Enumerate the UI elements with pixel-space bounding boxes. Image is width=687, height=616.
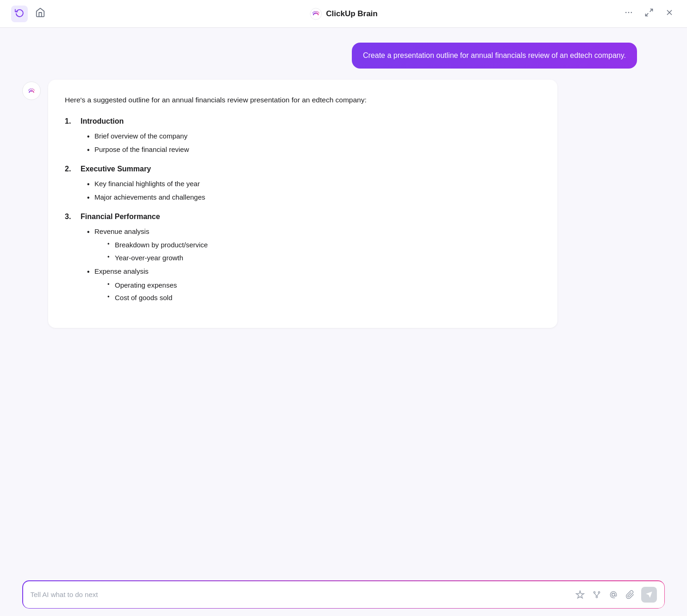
user-message-text: Create a presentation outline for annual…: [363, 51, 626, 59]
list-item: Operating expenses: [107, 279, 539, 291]
section-1-header: 1. Introduction: [65, 117, 539, 126]
fullscreen-button[interactable]: [643, 6, 656, 21]
input-bar-wrapper: [0, 573, 687, 616]
section-2-bullets: Key financial highlights of the year Maj…: [65, 178, 539, 203]
list-item: Key financial highlights of the year: [87, 178, 539, 190]
header-left-actions: [11, 6, 45, 22]
outline-section-1: 1. Introduction Brief overview of the co…: [65, 117, 539, 156]
expense-sub-bullets: Operating expenses Cost of goods sold: [94, 279, 539, 304]
list-item: Brief overview of the company: [87, 130, 539, 142]
history-button[interactable]: [11, 6, 28, 22]
outline-section-2: 2. Executive Summary Key financial highl…: [65, 165, 539, 203]
svg-point-1: [625, 12, 627, 13]
ai-avatar: [22, 82, 41, 100]
home-icon[interactable]: [35, 7, 45, 20]
brand-logo-icon: [309, 7, 322, 20]
svg-point-8: [593, 591, 595, 593]
tools-icon-button[interactable]: [591, 589, 602, 600]
header-right-actions: [622, 6, 676, 21]
section-3-number: 3.: [65, 213, 76, 221]
close-button[interactable]: [663, 6, 676, 21]
svg-point-9: [598, 591, 600, 593]
svg-line-5: [646, 13, 649, 16]
section-1-number: 1.: [65, 117, 76, 126]
ai-logo-icon: [25, 85, 37, 97]
list-item: Breakdown by product/service: [107, 239, 539, 251]
svg-point-2: [628, 12, 630, 13]
section-1-title: Introduction: [81, 117, 124, 126]
more-options-button[interactable]: [622, 6, 635, 21]
list-item: Expense analysis Operating expenses Cost…: [87, 265, 539, 304]
sparkle-icon-button[interactable]: [575, 589, 586, 600]
section-2-title: Executive Summary: [81, 165, 151, 173]
outline-section-3: 3. Financial Performance Revenue analysi…: [65, 213, 539, 304]
brand-title: ClickUp Brain: [326, 9, 377, 19]
input-actions: [575, 587, 657, 603]
ai-response-card: Here's a suggested outline for an annual…: [48, 80, 557, 328]
svg-line-11: [594, 593, 597, 596]
send-button[interactable]: [641, 587, 657, 603]
section-3-bullets: Revenue analysis Breakdown by product/se…: [65, 226, 539, 304]
input-bar-gradient-border: [22, 580, 665, 609]
section-3-header: 3. Financial Performance: [65, 213, 539, 221]
user-message-wrapper: Create a presentation outline for annual…: [22, 43, 665, 69]
list-item: Major achievements and challenges: [87, 191, 539, 203]
revenue-sub-bullets: Breakdown by product/service Year-over-y…: [94, 239, 539, 264]
input-bar: [23, 581, 664, 608]
svg-point-3: [631, 12, 632, 13]
ai-input-field[interactable]: [31, 591, 570, 598]
section-1-bullets: Brief overview of the company Purpose of…: [65, 130, 539, 156]
section-2-header: 2. Executive Summary: [65, 165, 539, 173]
main-content: Create a presentation outline for annual…: [0, 28, 687, 573]
svg-point-10: [596, 596, 597, 597]
list-item: Revenue analysis Breakdown by product/se…: [87, 226, 539, 264]
ai-intro-text: Here's a suggested outline for an annual…: [65, 94, 539, 106]
history-icon: [15, 8, 24, 19]
list-item: Cost of goods sold: [107, 292, 539, 304]
list-item: Year-over-year growth: [107, 252, 539, 264]
svg-line-12: [597, 593, 599, 596]
outline-list: 1. Introduction Brief overview of the co…: [65, 117, 539, 304]
section-2-number: 2.: [65, 165, 76, 173]
user-message-bubble: Create a presentation outline for annual…: [352, 43, 637, 69]
svg-line-4: [650, 9, 653, 12]
app-header: ClickUp Brain: [0, 0, 687, 28]
attachment-icon-button[interactable]: [625, 589, 636, 600]
header-brand: ClickUp Brain: [309, 7, 377, 20]
mention-icon-button[interactable]: [608, 589, 619, 600]
list-item: Purpose of the financial review: [87, 144, 539, 156]
section-3-title: Financial Performance: [81, 213, 160, 221]
ai-response-wrapper: Here's a suggested outline for an annual…: [22, 80, 665, 328]
